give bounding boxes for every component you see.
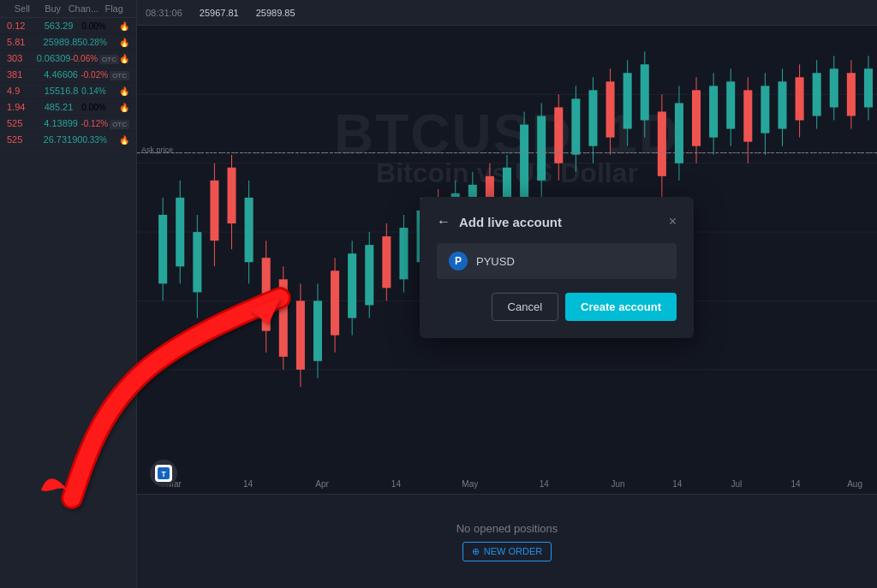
svg-rect-56 bbox=[588, 90, 597, 146]
buy-price: 4.46606 bbox=[44, 69, 81, 80]
svg-rect-16 bbox=[245, 198, 254, 262]
currency-selector[interactable]: P PYUSD bbox=[437, 243, 677, 279]
sidebar-row[interactable]: 1.94485.210.00%🔥 bbox=[0, 99, 136, 116]
svg-rect-88 bbox=[864, 68, 873, 107]
currency-icon-text: P bbox=[455, 255, 462, 267]
sidebar-header: Sell Buy Chan... Flag bbox=[0, 0, 136, 18]
svg-rect-12 bbox=[210, 181, 218, 241]
svg-rect-78 bbox=[778, 81, 786, 128]
svg-rect-22 bbox=[296, 300, 305, 369]
svg-rect-10 bbox=[193, 232, 201, 292]
sidebar-row[interactable]: 3814.46606-0.02%OTC bbox=[0, 67, 136, 83]
buy-price: 4.13899 bbox=[44, 118, 81, 128]
flag-icon: 🔥 bbox=[119, 21, 129, 31]
svg-rect-82 bbox=[813, 73, 821, 116]
price-display-1: 25967.81 bbox=[191, 8, 248, 18]
sell-price: 525 bbox=[7, 118, 44, 128]
svg-rect-8 bbox=[176, 198, 184, 266]
sidebar-row[interactable]: 5.8125989.850.28%🔥 bbox=[0, 34, 136, 50]
svg-rect-24 bbox=[313, 300, 322, 360]
svg-rect-30 bbox=[365, 245, 373, 305]
svg-rect-52 bbox=[554, 107, 563, 163]
time-display: 08:31:06 bbox=[137, 8, 191, 18]
x-label-aug: Aug bbox=[847, 479, 862, 489]
svg-rect-34 bbox=[399, 228, 408, 279]
flag-icon: 🔥 bbox=[119, 135, 129, 145]
sidebar: Sell Buy Chan... Flag 0.12563.290.00%🔥5.… bbox=[0, 0, 137, 588]
x-label-may: May bbox=[462, 479, 478, 489]
flag-header: Flag bbox=[98, 3, 129, 14]
otc-badge: OTC bbox=[110, 120, 129, 129]
buy-price: 25989.85 bbox=[44, 37, 83, 47]
tv-logo-inner: T bbox=[155, 465, 172, 482]
x-label-apr: Apr bbox=[315, 479, 329, 489]
sidebar-row[interactable]: 3030.06309-0.06%OTC🔥 bbox=[0, 50, 136, 67]
x-label-14-5: 14 bbox=[790, 479, 800, 489]
svg-rect-72 bbox=[726, 81, 735, 128]
svg-rect-64 bbox=[658, 111, 666, 175]
sell-price: 303 bbox=[7, 53, 37, 63]
sidebar-row[interactable]: 0.12563.290.00%🔥 bbox=[0, 18, 136, 34]
price-change: -0.12%OTC bbox=[81, 119, 129, 128]
svg-rect-60 bbox=[623, 73, 632, 128]
chart-bottom: No opened positions ⊕ NEW ORDER bbox=[137, 494, 877, 588]
no-positions-text: No opened positions bbox=[456, 522, 558, 535]
x-axis: Mar 14 Apr 14 May 14 Jun 14 Jul 14 Aug bbox=[137, 475, 877, 492]
svg-rect-58 bbox=[606, 81, 615, 137]
flag-icon: 🔥 bbox=[119, 103, 129, 112]
x-label-jul: Jul bbox=[731, 479, 742, 489]
buy-price: 0.06309 bbox=[37, 53, 71, 63]
svg-text:T: T bbox=[161, 470, 166, 478]
sell-price: 1.94 bbox=[7, 102, 45, 112]
svg-rect-20 bbox=[279, 279, 288, 356]
svg-rect-76 bbox=[761, 86, 769, 133]
sidebar-row[interactable]: 52526.731900.33%🔥 bbox=[0, 132, 136, 148]
cancel-button[interactable]: Cancel bbox=[492, 293, 558, 321]
flag-icon: 🔥 bbox=[119, 38, 129, 47]
svg-rect-32 bbox=[382, 236, 391, 288]
price-change: -0.06%OTC bbox=[70, 54, 119, 63]
add-live-account-modal: ← Add live account × P PYUSD Cancel Crea… bbox=[420, 197, 694, 338]
x-label-14-2: 14 bbox=[391, 479, 401, 489]
sell-price: 525 bbox=[7, 134, 44, 145]
svg-rect-18 bbox=[262, 258, 271, 330]
buy-header: Buy bbox=[38, 3, 69, 14]
price-change: -0.02%OTC bbox=[81, 70, 129, 80]
sidebar-row[interactable]: 4.915516.80.14%🔥 bbox=[0, 83, 136, 99]
svg-rect-70 bbox=[709, 86, 718, 137]
modal-back-button[interactable]: ← bbox=[437, 214, 450, 229]
svg-rect-14 bbox=[227, 168, 236, 223]
change-header: Chan... bbox=[69, 3, 99, 14]
buy-price: 485.21 bbox=[45, 102, 82, 112]
price-change: 0.28% bbox=[82, 38, 119, 47]
price-change: 0.14% bbox=[81, 86, 119, 96]
sell-price: 4.9 bbox=[7, 86, 45, 96]
modal-buttons: Cancel Create account bbox=[437, 293, 677, 321]
modal-close-button[interactable]: × bbox=[669, 214, 677, 229]
sidebar-rows: 0.12563.290.00%🔥5.8125989.850.28%🔥3030.0… bbox=[0, 18, 136, 148]
x-label-14-4: 14 bbox=[672, 479, 682, 489]
currency-label: PYUSD bbox=[476, 255, 515, 268]
sell-price: 381 bbox=[7, 69, 44, 80]
svg-rect-62 bbox=[641, 64, 649, 120]
price-display-2: 25989.85 bbox=[248, 8, 304, 18]
new-order-button[interactable]: ⊕ NEW ORDER bbox=[462, 542, 552, 561]
buy-price: 15516.8 bbox=[45, 86, 82, 96]
svg-rect-74 bbox=[743, 90, 752, 141]
buy-price: 26.73190 bbox=[44, 134, 83, 145]
svg-rect-68 bbox=[692, 90, 701, 146]
modal-header: ← Add live account × bbox=[437, 214, 677, 229]
create-account-button[interactable]: Create account bbox=[565, 293, 677, 321]
svg-rect-86 bbox=[847, 73, 856, 116]
svg-rect-48 bbox=[520, 125, 528, 198]
svg-rect-28 bbox=[348, 253, 356, 318]
x-label-jun: Jun bbox=[612, 479, 625, 489]
new-order-label: NEW ORDER bbox=[484, 546, 542, 556]
svg-rect-66 bbox=[675, 103, 683, 163]
sidebar-row[interactable]: 5254.13899-0.12%OTC bbox=[0, 116, 136, 132]
svg-rect-84 bbox=[830, 68, 838, 107]
sell-price: 5.81 bbox=[7, 37, 44, 47]
svg-rect-6 bbox=[158, 215, 167, 283]
buy-price: 563.29 bbox=[45, 21, 82, 31]
flag-icon: 🔥 bbox=[119, 86, 129, 96]
